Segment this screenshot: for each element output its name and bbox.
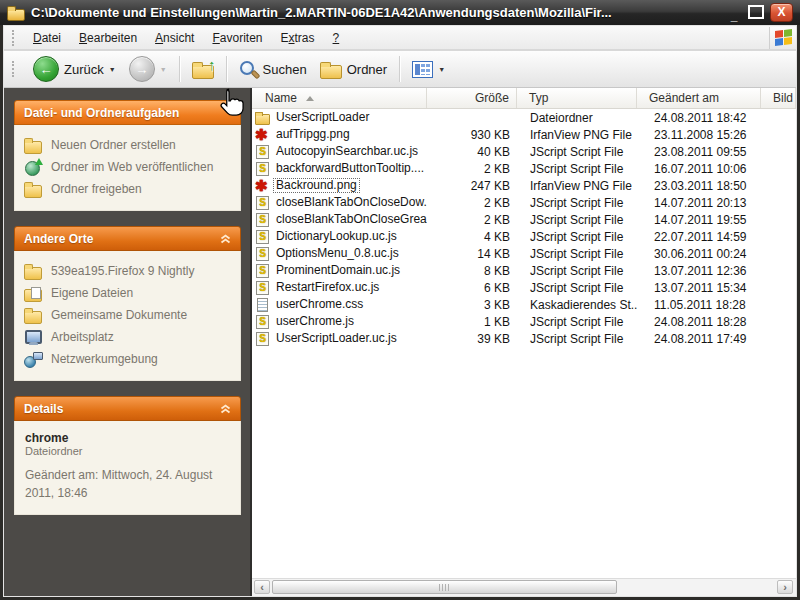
views-dropdown-caret-icon[interactable]: ▼ [438,66,445,73]
toolbar-separator [399,56,400,82]
tasks-panel-header[interactable]: Datei- und Ordneraufgaben [14,100,241,125]
menu-item[interactable]: Datei [24,28,70,48]
file-row[interactable]: AutocopyinSearchbar.uc.js 40 KB JScript … [252,143,796,160]
tasks-panel-title: Datei- und Ordneraufgaben [24,106,179,120]
file-modified: 13.07.2011 15:34 [637,281,761,295]
file-type: JScript Script File [517,145,637,159]
file-type-icon [255,264,270,278]
horizontal-scrollbar[interactable]: ‹ › [252,578,796,596]
file-row[interactable]: DictionaryLookup.uc.js 4 KB JScript Scri… [252,228,796,245]
column-header-name[interactable]: Name [252,88,427,108]
task-item[interactable]: Neuen Ordner erstellen [24,134,234,156]
file-size: 2 KB [427,213,517,227]
file-size: 2 KB [427,196,517,210]
file-type-icon [255,315,270,329]
file-name: closeBlankTabOnCloseGrea... [273,212,427,227]
place-item[interactable]: Netzwerkumgebung [24,348,234,370]
file-row[interactable]: userChrome.css 3 KB Kaskadierendes St...… [252,296,796,313]
places-panel-header[interactable]: Andere Orte [14,226,241,251]
forward-button[interactable]: → ▼ [125,54,171,84]
up-button[interactable]: ↑ [188,59,218,80]
file-name: ProminentDomain.uc.js [273,263,403,278]
details-panel-title: Details [24,402,63,416]
scroll-right-icon[interactable]: › [777,580,793,594]
sidebar: Datei- und Ordneraufgaben Neuen Ordner e… [4,88,252,596]
place-item[interactable]: 539ea195.Firefox 9 Nightly [24,260,234,282]
file-size: 14 KB [427,247,517,261]
collapse-chevron-icon[interactable] [220,234,231,244]
place-icon [24,351,43,367]
menubar-grip[interactable] [12,30,17,46]
column-headers: Name Größe Typ Geändert am Bild [252,88,796,109]
details-panel-header[interactable]: Details [14,396,241,421]
file-row[interactable]: RestartFirefox.uc.js 6 KB JScript Script… [252,279,796,296]
file-size: 4 KB [427,230,517,244]
file-name: Backround.png [273,178,360,193]
search-button[interactable]: Suchen [235,58,311,81]
file-row[interactable]: backforwardButtonTooltip.... 2 KB JScrip… [252,160,796,177]
column-header-modified[interactable]: Geändert am [637,88,761,108]
place-label: Eigene Dateien [51,286,133,300]
toolbar-grip[interactable] [12,61,17,77]
place-item[interactable]: Arbeitsplatz [24,326,234,348]
minimize-button[interactable]: _ [726,5,742,21]
collapse-chevron-icon[interactable] [220,404,231,414]
file-name: userChrome.js [273,314,357,329]
file-type: JScript Script File [517,213,637,227]
menu-item[interactable]: Favoriten [203,28,271,48]
task-icon [24,159,43,175]
menu-item[interactable]: Extras [272,28,324,48]
file-row[interactable]: UserScriptLoader.uc.js 39 KB JScript Scr… [252,330,796,347]
details-item-name: chrome [25,431,232,445]
windows-logo [769,27,796,49]
scrollbar-thumb[interactable] [272,580,617,594]
file-row[interactable]: userChrome.js 1 KB JScript Script File 2… [252,313,796,330]
back-button[interactable]: ← Zurück ▼ [29,54,120,84]
window-frame: Datei Bearbeiten Ansicht Favoriten Extra… [3,25,797,597]
file-modified: 23.08.2011 09:55 [637,145,761,159]
place-icon [24,329,43,345]
back-arrow-icon: ← [33,56,59,82]
place-item[interactable]: Eigene Dateien [24,282,234,304]
views-button[interactable]: ▼ [408,59,449,80]
file-row[interactable]: ProminentDomain.uc.js 8 KB JScript Scrip… [252,262,796,279]
maximize-button[interactable] [748,5,764,19]
file-modified: 23.11.2008 15:26 [637,128,761,142]
back-dropdown-caret-icon[interactable]: ▼ [109,66,116,73]
place-icon [24,285,43,301]
menu-item[interactable]: Bearbeiten [70,28,146,48]
file-type: JScript Script File [517,196,637,210]
file-row[interactable]: OptionsMenu_0.8.uc.js 14 KB JScript Scri… [252,245,796,262]
file-row[interactable]: Backround.png 247 KB IrfanView PNG File … [252,177,796,194]
file-name: OptionsMenu_0.8.uc.js [273,246,402,261]
menu-item[interactable]: Ansicht [146,28,203,48]
file-row[interactable]: closeBlankTabOnCloseGrea... 2 KB JScript… [252,211,796,228]
file-modified: 13.07.2011 12:36 [637,264,761,278]
task-item[interactable]: Ordner im Web veröffentlichen [24,156,234,178]
folders-button[interactable]: Ordner [316,59,391,80]
file-size: 8 KB [427,264,517,278]
file-type: IrfanView PNG File [517,128,637,142]
menu-item[interactable]: ? [324,28,349,48]
file-row[interactable]: closeBlankTabOnCloseDow... 2 KB JScript … [252,194,796,211]
task-item[interactable]: Ordner freigeben [24,178,234,200]
column-header-size[interactable]: Größe [427,88,517,108]
menu-items: Datei Bearbeiten Ansicht Favoriten Extra… [24,28,348,48]
places-panel: Andere Orte 539ea195.Firefox 9 Nightly [14,226,241,381]
file-row[interactable]: aufTripgg.png 930 KB IrfanView PNG File … [252,126,796,143]
forward-dropdown-caret-icon[interactable]: ▼ [160,66,167,73]
back-label: Zurück [64,62,104,77]
file-name: backforwardButtonTooltip.... [273,161,427,176]
file-name: AutocopyinSearchbar.uc.js [273,144,421,159]
column-header-type[interactable]: Typ [517,88,637,108]
column-header-extra[interactable]: Bild [761,88,796,108]
file-row[interactable]: UserScriptLoader Dateiordner 24.08.2011 … [252,109,796,126]
close-button[interactable]: X [770,3,793,22]
place-item[interactable]: Gemeinsame Dokumente [24,304,234,326]
scroll-left-icon[interactable]: ‹ [254,580,270,594]
file-type-icon [255,145,270,159]
main-area: Datei- und Ordneraufgaben Neuen Ordner e… [4,88,796,596]
file-size: 247 KB [427,179,517,193]
explorer-window: C:\Dokumente und Einstellungen\Martin_2.… [0,0,800,600]
title-bar[interactable]: C:\Dokumente und Einstellungen\Martin_2.… [0,0,800,25]
